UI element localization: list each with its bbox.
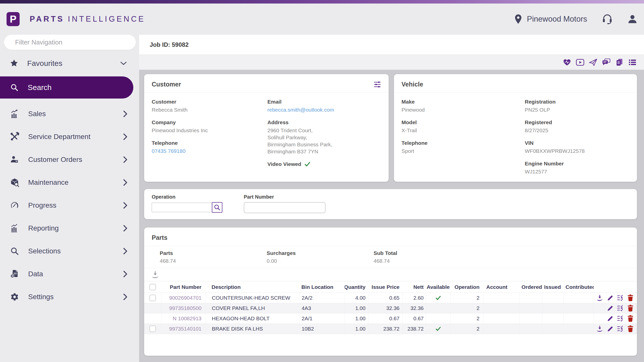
check-list-icon[interactable] xyxy=(617,315,624,322)
filter-navigation-input[interactable] xyxy=(4,35,136,50)
part-number-link[interactable]: 99735180500 xyxy=(161,303,205,313)
list-view-icon[interactable] xyxy=(626,57,639,68)
job-toolbar xyxy=(139,55,644,70)
health-check-icon[interactable] xyxy=(560,57,574,68)
send-icon[interactable] xyxy=(587,57,600,68)
user-profile-icon[interactable] xyxy=(627,14,637,24)
sidebar-item-label: Maintenance xyxy=(28,178,68,187)
total-label: Surcharges xyxy=(267,250,374,256)
quantity: 1.00 xyxy=(345,313,369,324)
col-header: Quantity xyxy=(345,281,369,293)
quantity: 4.00 xyxy=(345,293,369,303)
parts-card-title: Parts xyxy=(152,234,168,241)
delete-part-icon[interactable] xyxy=(627,305,633,312)
sidebar-item-search[interactable]: Search xyxy=(0,76,133,99)
bin-location: 4A3 xyxy=(299,303,345,313)
delete-part-icon[interactable] xyxy=(627,315,633,322)
part-number-link[interactable]: 99735140101 xyxy=(161,324,205,334)
make-field: Make Pinewood xyxy=(401,99,525,113)
part-description: COUNTERSUNK-HEAD SCREW xyxy=(205,293,299,303)
search-icon xyxy=(10,83,19,92)
check-list-icon[interactable] xyxy=(617,295,624,301)
sidebar-item-reporting[interactable]: Reporting xyxy=(0,217,139,240)
sidebar-item-label: Settings xyxy=(28,293,54,301)
magnifier-icon xyxy=(10,247,20,256)
sidebar-item-customer-orders[interactable]: Customer Orders xyxy=(0,148,139,171)
row-checkbox[interactable] xyxy=(149,295,156,301)
sidebar-item-data[interactable]: Data xyxy=(0,262,139,285)
operation-number: 2 xyxy=(450,313,483,324)
operation-number: 2 xyxy=(450,324,483,334)
part-number-input[interactable] xyxy=(244,202,326,213)
quantity: 1.00 xyxy=(345,303,369,313)
telephone-link[interactable]: 07435 769180 xyxy=(152,148,185,154)
filter-sliders-icon[interactable] xyxy=(374,81,381,88)
select-all-checkbox[interactable] xyxy=(149,284,156,290)
brand-name-light: INTELLIGENCE xyxy=(68,15,145,23)
email-link[interactable]: rebecca.smith@outlook.com xyxy=(267,107,334,113)
available-check-icon xyxy=(435,327,441,331)
part-description: BRAKE DISK FA LHS xyxy=(205,324,299,334)
check-list-icon[interactable] xyxy=(617,326,624,332)
field-value: Pinewood xyxy=(401,106,525,113)
table-row: N 10082913 HEXAGON-HEAD BOLT 2A/1 1.00 0… xyxy=(144,313,637,324)
operation-search-button[interactable] xyxy=(212,202,222,213)
vehicle-card-title: Vehicle xyxy=(401,81,423,88)
sidebar-item-maintenance[interactable]: Maintenance xyxy=(0,171,139,194)
job-id-bar: Job ID: 59082 xyxy=(139,35,644,55)
edit-part-icon[interactable] xyxy=(607,305,614,312)
parts-table: Part Number Description Bin Location Qua… xyxy=(144,281,637,334)
box-search-icon xyxy=(10,178,20,187)
chevron-right-icon xyxy=(123,293,128,301)
issue-price: 32.36 xyxy=(369,303,403,313)
edit-part-icon[interactable] xyxy=(607,315,614,322)
table-row: 90026904701 COUNTERSUNK-HEAD SCREW 2A/2 … xyxy=(144,293,637,303)
sidebar-item-service-department[interactable]: Service Department xyxy=(0,125,139,148)
table-actions-row xyxy=(144,268,637,281)
account xyxy=(483,324,519,334)
operation-input[interactable] xyxy=(152,203,212,212)
ordered xyxy=(519,324,542,334)
tools-icon xyxy=(10,132,20,142)
contributed xyxy=(564,303,594,313)
sidebar-item-label: Customer Orders xyxy=(28,156,82,164)
part-number-link[interactable]: N 10082913 xyxy=(161,313,205,324)
contributed xyxy=(564,313,594,324)
documents-icon[interactable] xyxy=(613,57,626,68)
delete-part-icon[interactable] xyxy=(627,294,633,301)
row-checkbox[interactable] xyxy=(149,326,156,332)
total-value: 468.74 xyxy=(160,257,267,264)
sidebar-item-progress[interactable]: Progress xyxy=(0,194,139,217)
sidebar-item-selections[interactable]: Selections xyxy=(0,240,139,262)
account xyxy=(483,293,519,303)
receive-part-icon[interactable] xyxy=(596,294,603,301)
edit-part-icon[interactable] xyxy=(607,295,614,301)
brand-name: PARTSINTELLIGENCE xyxy=(30,15,145,24)
receive-all-icon[interactable] xyxy=(151,271,159,279)
gear-icon xyxy=(10,292,20,301)
check-list-icon[interactable] xyxy=(617,305,624,312)
sidebar-item-sales[interactable]: Sales xyxy=(0,102,139,125)
edit-part-icon[interactable] xyxy=(607,326,614,332)
sidebar-item-label: Selections xyxy=(28,247,61,255)
brand-logo: P xyxy=(7,12,20,26)
total-surcharges: Surcharges 0.00 xyxy=(267,250,374,264)
video-icon[interactable] xyxy=(574,57,587,68)
headset-icon[interactable] xyxy=(602,14,613,24)
issue-price: 238.72 xyxy=(369,324,403,334)
sidebar-item-settings[interactable]: Settings xyxy=(0,285,139,308)
receive-part-icon[interactable] xyxy=(596,325,603,332)
dealer-name[interactable]: Pinewood Motors xyxy=(527,15,587,24)
field-label: Make xyxy=(401,99,525,105)
sidebar-item-favourites[interactable]: Favourites xyxy=(0,56,139,71)
delete-part-icon[interactable] xyxy=(627,325,633,332)
sidebar-item-label: Reporting xyxy=(28,224,59,232)
total-parts: Parts 468.74 xyxy=(160,250,267,264)
messages-icon[interactable] xyxy=(600,57,613,68)
ordered xyxy=(519,313,542,324)
main-content: Job ID: 59082 xyxy=(139,35,644,362)
video-viewed-row: Video Viewed xyxy=(267,161,381,167)
part-number-link[interactable]: 90026904701 xyxy=(161,293,205,303)
col-header: Description xyxy=(205,281,299,293)
report-chart-icon xyxy=(10,223,20,233)
